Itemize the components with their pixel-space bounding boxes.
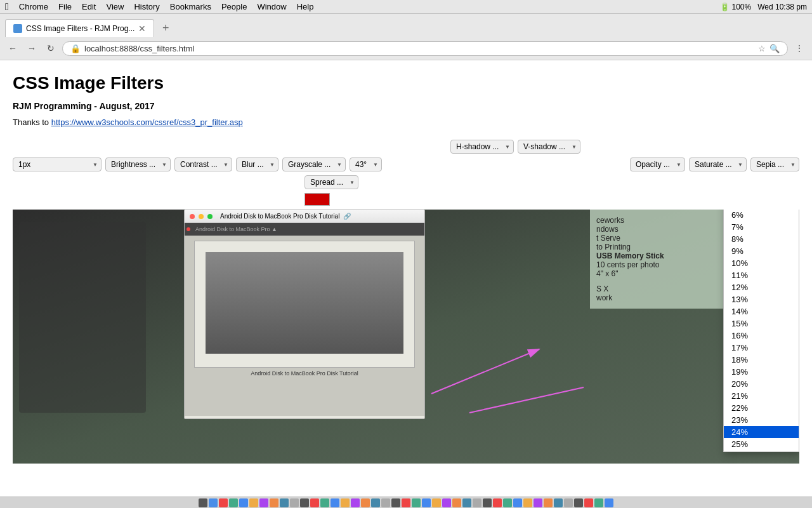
opacity-select[interactable]: Opacity ... xyxy=(630,157,685,171)
dock-icon-29[interactable] xyxy=(503,498,512,507)
menu-chrome[interactable]: Chrome xyxy=(19,2,48,11)
dock-icon-2[interactable] xyxy=(229,498,238,507)
blur-select[interactable]: Blur ... xyxy=(236,157,278,171)
dock-icon-11[interactable] xyxy=(320,498,329,507)
dropdown-24pct[interactable]: 24% xyxy=(724,426,799,438)
menu-people[interactable]: People xyxy=(221,2,247,11)
dock-icon-34[interactable] xyxy=(554,498,563,507)
dock-icon-28[interactable] xyxy=(493,498,502,507)
tab-close-button[interactable]: ✕ xyxy=(138,23,146,34)
dock-icon-36[interactable] xyxy=(574,498,583,507)
h-shadow-wrapper[interactable]: H-shadow ... xyxy=(450,140,514,154)
menu-file[interactable]: File xyxy=(58,2,72,11)
hue-select[interactable]: 43° xyxy=(350,157,382,171)
dock-icon-37[interactable] xyxy=(584,498,593,507)
dropdown-11pct[interactable]: 11% xyxy=(724,269,799,281)
dropdown-8pct[interactable]: 8% xyxy=(724,233,799,245)
dock-icon-18[interactable] xyxy=(391,498,400,507)
bookmark-icon[interactable]: ☆ xyxy=(758,44,766,53)
dropdown-26pct[interactable]: 26% xyxy=(724,450,799,452)
dock-icon-26[interactable] xyxy=(473,498,481,507)
menu-window[interactable]: Window xyxy=(257,2,286,11)
menu-icon[interactable]: ⋮ xyxy=(792,41,807,56)
active-tab[interactable]: CSS Image Filters - RJM Prog... ✕ xyxy=(5,19,154,37)
forward-button[interactable]: → xyxy=(24,41,39,56)
dock-icon-27[interactable] xyxy=(483,498,492,507)
url-bar[interactable]: 🔒 localhost:8888/css_filters.html ☆ 🔍 xyxy=(62,41,788,56)
dock-icon-3[interactable] xyxy=(239,498,248,507)
grayscale-select[interactable]: Grayscale ... xyxy=(282,157,346,171)
dropdown-15pct[interactable]: 15% xyxy=(724,318,799,330)
dropdown-21pct[interactable]: 21% xyxy=(724,390,799,402)
dropdown-10pct[interactable]: 10% xyxy=(724,257,799,269)
dock-icon-6[interactable] xyxy=(270,498,278,507)
dock-icon-35[interactable] xyxy=(564,498,573,507)
dock-icon-23[interactable] xyxy=(442,498,451,507)
dropdown-17pct[interactable]: 17% xyxy=(724,342,799,354)
color-swatch[interactable] xyxy=(304,193,330,206)
dock-icon-24[interactable] xyxy=(452,498,461,507)
dock-icon-14[interactable] xyxy=(351,498,360,507)
menu-view[interactable]: View xyxy=(106,2,124,11)
dock-icon-32[interactable] xyxy=(534,498,542,507)
dock-icon-9[interactable] xyxy=(300,498,309,507)
v-shadow-wrapper[interactable]: V-shadow ... xyxy=(518,140,580,154)
saturate-select[interactable]: Saturate ... xyxy=(689,157,747,171)
dock-icon-15[interactable] xyxy=(361,498,370,507)
dropdown-16pct[interactable]: 16% xyxy=(724,330,799,342)
dock-icon-22[interactable] xyxy=(432,498,441,507)
dropdown-9pct[interactable]: 9% xyxy=(724,245,799,257)
h-shadow-select[interactable]: H-shadow ... xyxy=(450,140,514,154)
dock-icon-39[interactable] xyxy=(605,498,613,507)
saturate-wrapper[interactable]: Saturate ... xyxy=(689,157,747,171)
dropdown-6pct[interactable]: 6% xyxy=(724,210,799,221)
brightness-wrapper[interactable]: Brightness ... xyxy=(105,157,171,171)
v-shadow-select[interactable]: V-shadow ... xyxy=(518,140,580,154)
search-icon[interactable]: 🔍 xyxy=(769,44,780,53)
sepia-wrapper[interactable]: Sepia ... xyxy=(750,157,799,171)
dock-icon-5[interactable] xyxy=(259,498,268,507)
dock-icon-38[interactable] xyxy=(594,498,603,507)
dropdown-18pct[interactable]: 18% xyxy=(724,354,799,366)
dock-icon-1[interactable] xyxy=(219,498,228,507)
new-tab-button[interactable]: + xyxy=(157,19,174,37)
dock-icon-21[interactable] xyxy=(422,498,431,507)
dropdown-20pct[interactable]: 20% xyxy=(724,378,799,390)
dropdown-7pct[interactable]: 7% xyxy=(724,221,799,233)
blur-px-select[interactable]: 1px xyxy=(13,157,102,171)
dock-icon-31[interactable] xyxy=(523,498,532,507)
dock-icon-20[interactable] xyxy=(412,498,421,507)
dock-icon-30[interactable] xyxy=(513,498,522,507)
dropdown-25pct[interactable]: 25% xyxy=(724,438,799,450)
blur-wrapper[interactable]: Blur ... xyxy=(236,157,278,171)
brightness-select[interactable]: Brightness ... xyxy=(105,157,171,171)
w3schools-link[interactable]: https://www.w3schools.com/cssref/css3_pr… xyxy=(51,117,243,127)
blur-px-wrapper[interactable]: 1px xyxy=(13,157,102,171)
spread-select[interactable]: Spread ... xyxy=(304,175,358,189)
dock-icon-33[interactable] xyxy=(544,498,553,507)
dock-icon-19[interactable] xyxy=(402,498,410,507)
dock-icon-chrome[interactable] xyxy=(209,498,218,507)
dock-icon-4[interactable] xyxy=(249,498,258,507)
spread-wrapper[interactable]: Spread ... xyxy=(304,175,358,189)
dock-icon-12[interactable] xyxy=(331,498,339,507)
dock-icon-13[interactable] xyxy=(341,498,350,507)
dock-icon-finder[interactable] xyxy=(199,498,207,507)
dropdown-22pct[interactable]: 22% xyxy=(724,402,799,414)
dock-icon-16[interactable] xyxy=(371,498,380,507)
menu-bookmarks[interactable]: Bookmarks xyxy=(170,2,211,11)
dock-icon-10[interactable] xyxy=(310,498,319,507)
dock-icon-7[interactable] xyxy=(280,498,289,507)
dock-icon-25[interactable] xyxy=(462,498,471,507)
dropdown-12pct[interactable]: 12% xyxy=(724,281,799,293)
back-button[interactable]: ← xyxy=(5,41,20,56)
dock-icon-17[interactable] xyxy=(381,498,390,507)
refresh-button[interactable]: ↻ xyxy=(43,41,58,56)
menu-history[interactable]: History xyxy=(134,2,159,11)
hue-wrapper[interactable]: 43° xyxy=(350,157,382,171)
contrast-wrapper[interactable]: Contrast ... xyxy=(174,157,232,171)
dock-icon-8[interactable] xyxy=(290,498,299,507)
menu-edit[interactable]: Edit xyxy=(82,2,96,11)
grayscale-wrapper[interactable]: Grayscale ... xyxy=(282,157,346,171)
dropdown-19pct[interactable]: 19% xyxy=(724,366,799,378)
